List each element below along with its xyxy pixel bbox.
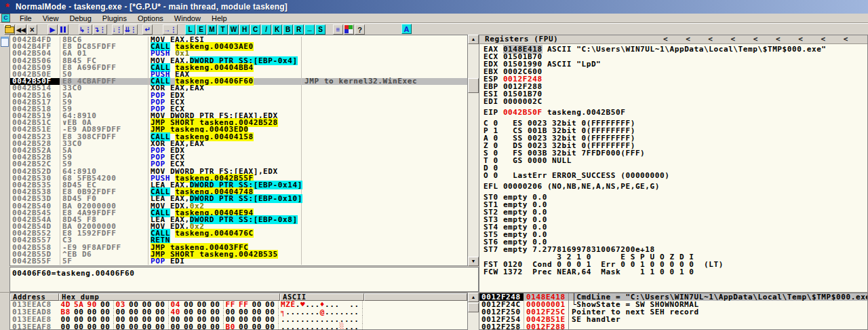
pause-button[interactable] bbox=[58, 24, 68, 35]
help-button[interactable]: ? bbox=[355, 24, 365, 35]
register-line-efl[interactable]: EFL 00000206 (NO,NB,NE,A,NS,PE,GE,G) bbox=[479, 183, 867, 190]
disasm-row-0042B509[interactable]: 0042B509E8 A696FDFFCALL taskeng.00404BB4 bbox=[10, 65, 467, 71]
register-line-edi[interactable]: EDI 0000002C bbox=[479, 98, 867, 105]
menu-item-file[interactable]: File bbox=[14, 14, 37, 22]
registers-pane: Registers (FPU) <<<<<<<<< EAX 0148E418 A… bbox=[479, 35, 868, 293]
comment-cell bbox=[302, 175, 467, 182]
collapse-chevron[interactable]: < bbox=[844, 35, 848, 43]
title-bar[interactable]: * NormalMode - taskeng.exe - [*G.P.U* - … bbox=[0, 0, 868, 14]
comment-cell bbox=[302, 120, 467, 126]
panel-button-E[interactable]: E bbox=[196, 24, 206, 35]
text-segment: taskeng.0042B50F bbox=[542, 108, 626, 117]
panel-button-T[interactable]: T bbox=[218, 24, 228, 35]
panel-button-H[interactable]: H bbox=[239, 24, 250, 35]
comment-cell: JMP to kernel32.WinExec bbox=[302, 78, 467, 85]
disasm-row-0042B55F[interactable]: 0042B55F5FPOP EDI bbox=[10, 258, 467, 265]
disasm-row-0042B528[interactable]: 0042B52833C0XOR EAX,EAX bbox=[10, 141, 467, 147]
scroll-up-button[interactable]: ▲ bbox=[468, 35, 479, 44]
panel-button-M[interactable]: M bbox=[207, 24, 217, 35]
collapse-chevron[interactable]: < bbox=[776, 35, 781, 43]
close-button[interactable]: × bbox=[27, 24, 37, 35]
cpu-window-menu-icon[interactable]: C bbox=[1, 14, 10, 22]
comment-cell bbox=[302, 217, 467, 223]
menu-item-help[interactable]: Help bbox=[206, 14, 233, 22]
collapse-chevron[interactable]: < bbox=[686, 35, 690, 43]
text-segment: EDI bbox=[165, 257, 185, 265]
scroll-up-button[interactable]: ▲ bbox=[468, 293, 479, 302]
windows-list-button[interactable]: ≡ bbox=[333, 24, 343, 35]
menu-item-view[interactable]: View bbox=[37, 14, 64, 22]
hex-byte: 00 bbox=[99, 323, 113, 330]
stack-row-0012F258[interactable]: 0012F2580012F288 bbox=[479, 323, 867, 330]
comment-cell bbox=[302, 126, 467, 133]
hex-byte: 00 bbox=[114, 323, 127, 330]
disasm-row-0042B52B[interactable]: 0042B52B59POP ECX bbox=[10, 154, 467, 161]
hex-byte: 00 bbox=[237, 323, 251, 330]
comment-cell bbox=[302, 189, 467, 196]
comment-cell bbox=[302, 154, 467, 161]
panel-button-K[interactable]: K bbox=[272, 24, 282, 35]
opcode-bytes-cell: ^EB D6 bbox=[60, 251, 149, 258]
step-button-1[interactable]: ↳⋮ bbox=[79, 24, 92, 35]
panel-button-R[interactable]: R bbox=[294, 24, 304, 35]
step-button-3[interactable]: ↓⋮ bbox=[112, 24, 123, 35]
byte-group: 00000000 bbox=[59, 323, 114, 330]
run-button[interactable]: ▶ bbox=[47, 24, 58, 35]
register-line-fcw[interactable]: FCW 1372 Prec NEAR,64 Mask 1 1 0 0 1 0 bbox=[479, 268, 867, 276]
registers-header: Registers (FPU) <<<<<<<<< bbox=[479, 35, 867, 44]
comment-cell bbox=[302, 244, 467, 251]
scroll-thumb[interactable] bbox=[468, 303, 479, 312]
open-file-button[interactable] bbox=[4, 24, 15, 35]
restart-button[interactable]: ◀◀ bbox=[16, 24, 26, 35]
hex-byte: 00 bbox=[169, 323, 182, 330]
collapse-chevron[interactable]: < bbox=[798, 35, 803, 43]
dump-scrollbar[interactable]: ▲ bbox=[468, 293, 479, 330]
menu-item-plugins[interactable]: Plugins bbox=[97, 14, 132, 22]
disasm-row-0042B514[interactable]: 0042B51433C0XOR EAX,EAX bbox=[10, 85, 467, 92]
collapse-chevron[interactable]: < bbox=[663, 35, 668, 43]
font-button[interactable]: A bbox=[401, 24, 412, 34]
disasm-row-0042B517[interactable]: 0042B51759POP ECX bbox=[10, 99, 467, 106]
panel-button-dots[interactable]: ... bbox=[304, 24, 315, 35]
execute-till-return-button[interactable]: ↵ bbox=[142, 24, 153, 35]
window-title: NormalMode - taskeng.exe - [*G.P.U* - ma… bbox=[16, 2, 288, 12]
text-segment: ASCII "C:\Users\WIN7UL~1\AppData\Local\T… bbox=[542, 45, 827, 54]
panel-button-S[interactable]: S bbox=[315, 24, 326, 35]
register-line-eip[interactable]: EIP 0042B50F taskeng.0042B50F bbox=[479, 109, 867, 116]
opcode-bytes-cell: 5A bbox=[60, 147, 149, 154]
collapse-chevron[interactable]: < bbox=[753, 35, 758, 43]
scroll-thumb[interactable] bbox=[468, 78, 479, 93]
menu-item-options[interactable]: Options bbox=[132, 14, 169, 22]
comment-cell bbox=[302, 196, 467, 202]
disasm-row-0042B55D[interactable]: 0042B55D^EB D6JMP SHORT taskeng.0042B535 bbox=[10, 251, 467, 258]
panel-button-W[interactable]: W bbox=[229, 24, 239, 35]
left-margin bbox=[0, 35, 9, 330]
panel-button-slash[interactable]: / bbox=[261, 24, 271, 35]
menu-item-window[interactable]: Window bbox=[169, 14, 206, 22]
panel-button-C[interactable]: C bbox=[250, 24, 260, 35]
registers-title: Registers (FPU) bbox=[479, 35, 558, 43]
collapse-chevron[interactable]: < bbox=[708, 35, 713, 43]
scroll-down-button[interactable]: ▼ bbox=[468, 257, 479, 266]
opcode-bytes-cell: 5F bbox=[60, 258, 149, 265]
disasm-row-0042B52A[interactable]: 0042B52A5APOP EDX bbox=[10, 147, 467, 154]
collapse-chevron[interactable]: < bbox=[821, 35, 826, 43]
step-button-4[interactable]: ⇊⋮ bbox=[124, 24, 138, 35]
panel-button-B[interactable]: B bbox=[283, 24, 293, 35]
dump-row-013EEAF8[interactable]: 013EEAF8000000000000000000000000B0000000… bbox=[10, 323, 467, 330]
disasm-row-0042B552[interactable]: 0042B552E8 1592FDFFCALL taskeng.0040476C bbox=[10, 230, 467, 237]
step-button-2[interactable]: ↴⋮ bbox=[93, 24, 106, 35]
comment-cell bbox=[302, 106, 467, 113]
register-line-t[interactable]: T 0 GS 0000 NULL bbox=[479, 157, 867, 164]
disassembly-pane: 0042B4FD8BC6MOV EAX,ESI0042B4FFE8 DC85FD… bbox=[9, 35, 468, 266]
comment-cell bbox=[302, 58, 467, 65]
collapse-chevron[interactable]: < bbox=[731, 35, 736, 43]
color-grid-icon bbox=[344, 25, 353, 34]
register-line-o[interactable]: O 0 LastErr ERROR_SUCCESS (00000000) bbox=[479, 172, 867, 179]
menu-item-debug[interactable]: Debug bbox=[64, 14, 96, 22]
disassembly-scrollbar[interactable]: ▲ ▼ bbox=[468, 35, 479, 266]
panel-button-L[interactable]: L bbox=[185, 24, 195, 35]
goto-button[interactable]: →⋮ bbox=[163, 24, 178, 35]
appearance-button[interactable] bbox=[344, 24, 354, 35]
disasm-row-0042B516[interactable]: 0042B5165APOP EDX bbox=[10, 92, 467, 99]
